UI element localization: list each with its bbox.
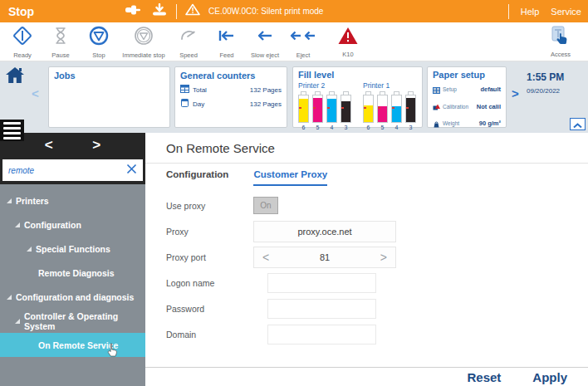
nav-back-chevron[interactable]: < xyxy=(45,137,53,154)
ready-button[interactable]: Ready xyxy=(3,25,42,59)
password-label: Password xyxy=(166,304,253,314)
pause-button[interactable]: Pause xyxy=(42,25,80,59)
domain-input[interactable] xyxy=(267,325,376,344)
k10-alert-button[interactable]: K10 xyxy=(322,26,374,58)
slow-eject-arrow-icon xyxy=(254,25,276,50)
help-button[interactable]: Help xyxy=(521,7,540,17)
expand-triangle-icon xyxy=(7,198,12,203)
topbar-divider-right xyxy=(508,4,509,19)
eject-button[interactable]: Eject xyxy=(284,25,322,59)
paper-setup-title: Paper setup xyxy=(433,70,501,80)
sidebar-item-controller-operating-system[interactable]: Controller & Operating System xyxy=(0,309,145,333)
counter-row-total: Total 132 Pages xyxy=(180,85,282,95)
proxy-port-value: 81 xyxy=(320,252,330,262)
sidebar-tree: Printers Configuration Special Functions… xyxy=(0,184,145,357)
total-counter-value: 132 Pages xyxy=(250,86,282,94)
action-footer: Reset Apply xyxy=(145,367,588,386)
main-content: On Remote Service Configuration Customer… xyxy=(145,133,588,386)
sidebar-search-area xyxy=(0,158,145,184)
use-proxy-row: Use proxy On xyxy=(166,193,588,218)
proxy-form: Use proxy On Proxy Proxy port < 81 > Log… xyxy=(145,193,588,347)
sidebar-item-special-functions[interactable]: Special Functions xyxy=(0,237,145,261)
fill-level-printer-2: Printer 2 6 5 4 3 xyxy=(298,81,351,130)
ready-diamond-icon xyxy=(12,25,33,50)
ink-bottle: 5 xyxy=(312,91,323,130)
port-increment-chevron[interactable]: > xyxy=(380,251,387,264)
top-status-bar: Stop CE.00W.0C0: Silent print mode Help … xyxy=(0,0,588,22)
date-display: 09/20/2022 xyxy=(527,87,564,95)
calibration-icon xyxy=(433,99,440,114)
general-counters-panel[interactable]: General counters Total 132 Pages Day 132… xyxy=(174,66,287,128)
service-button[interactable]: Service xyxy=(551,7,581,17)
access-button[interactable]: Access xyxy=(541,26,580,58)
counter-row-day: Day 132 Pages xyxy=(180,99,282,109)
tab-bar: Configuration Customer Proxy xyxy=(145,169,588,186)
proxy-port-row: Proxy port < 81 > xyxy=(166,244,588,270)
dashboard-scroll-right-chevron[interactable]: > xyxy=(512,86,519,100)
port-decrement-chevron[interactable]: < xyxy=(262,251,269,264)
ink-bottle: 6 xyxy=(298,91,309,130)
setup-grid-icon xyxy=(433,82,440,97)
password-row: Password xyxy=(166,296,588,321)
ink-bottle: 3 xyxy=(341,91,351,130)
reset-button[interactable]: Reset xyxy=(467,370,501,384)
fill-level-title: Fill level xyxy=(298,70,417,80)
jobs-panel[interactable]: Jobs xyxy=(48,66,170,128)
proxy-field-box xyxy=(253,221,396,242)
expand-triangle-icon xyxy=(27,247,32,252)
use-proxy-toggle[interactable]: On xyxy=(253,197,278,214)
feed-button[interactable]: Feed xyxy=(208,25,246,59)
nav-forward-chevron[interactable]: > xyxy=(92,137,100,154)
logon-name-label: Logon name xyxy=(166,278,253,288)
plug-icon[interactable] xyxy=(125,3,143,20)
title-divider xyxy=(145,163,588,164)
hourglass-icon xyxy=(50,25,71,50)
logon-name-input[interactable] xyxy=(267,273,376,293)
dashboard-strip: < Jobs General counters Total 132 Pages … xyxy=(0,61,588,133)
download-tray-icon[interactable] xyxy=(151,3,168,20)
paper-row-setup: Setup default xyxy=(433,82,501,97)
sidebar-item-printers[interactable]: Printers xyxy=(0,188,145,213)
sidebar-item-configuration[interactable]: Configuration xyxy=(0,213,145,237)
home-icon[interactable] xyxy=(5,66,25,88)
clear-search-icon[interactable] xyxy=(126,163,137,178)
stop-button[interactable]: Stop xyxy=(80,25,118,59)
ink-bottle: 4 xyxy=(326,91,337,130)
slow-eject-button[interactable]: Slow eject xyxy=(246,25,284,59)
alert-message: CE.00W.0C0: Silent print mode xyxy=(208,7,323,16)
immediate-stop-button[interactable]: Immediate stop xyxy=(118,25,169,59)
logon-name-row: Logon name xyxy=(166,270,588,296)
search-input[interactable] xyxy=(8,166,126,175)
menu-hamburger-button[interactable] xyxy=(0,120,24,141)
sidebar-item-on-remote-service[interactable]: On Remote Service xyxy=(0,333,145,357)
proxy-port-stepper: < 81 > xyxy=(253,247,396,268)
expand-triangle-icon xyxy=(7,295,12,300)
proxy-input[interactable] xyxy=(254,227,395,237)
jobs-panel-title: Jobs xyxy=(54,71,164,81)
fill-level-panel[interactable]: Fill level Printer 2 6 5 4 3 Printer 1 6 xyxy=(292,66,423,128)
proxy-label: Proxy xyxy=(166,227,253,237)
topbar-center: CE.00W.0C0: Silent print mode xyxy=(125,0,323,22)
time-display: 1:55 PM xyxy=(527,71,564,83)
search-box[interactable] xyxy=(2,159,143,181)
day-counter-icon xyxy=(180,99,189,109)
topbar-divider xyxy=(176,4,177,19)
apply-button[interactable]: Apply xyxy=(532,370,567,384)
dashboard-scroll-left-chevron[interactable]: < xyxy=(32,86,39,100)
stop-circle-icon xyxy=(88,25,110,50)
password-input[interactable] xyxy=(267,299,376,319)
page-title: On Remote Service xyxy=(145,133,588,155)
paper-row-weight: Weight 90 g/m² xyxy=(433,116,501,131)
paper-setup-panel[interactable]: Paper setup Setup default Calibration No… xyxy=(427,66,507,128)
tab-customer-proxy[interactable]: Customer Proxy xyxy=(253,169,327,186)
day-counter-value: 132 Pages xyxy=(250,100,282,108)
expand-triangle-icon xyxy=(15,222,20,227)
tab-configuration[interactable]: Configuration xyxy=(166,169,228,186)
sidebar-item-configuration-and-diagnosis[interactable]: Configuration and diagnosis xyxy=(0,285,145,309)
speedometer-icon xyxy=(178,25,199,50)
ink-bottle: 5 xyxy=(377,91,388,130)
dashboard-collapse-button[interactable] xyxy=(570,118,586,130)
speed-button[interactable]: Speed xyxy=(169,25,208,59)
topbar-right: Help Service xyxy=(508,0,581,22)
sidebar-item-remote-diagnosis[interactable]: Remote Diagnosis xyxy=(0,261,145,285)
